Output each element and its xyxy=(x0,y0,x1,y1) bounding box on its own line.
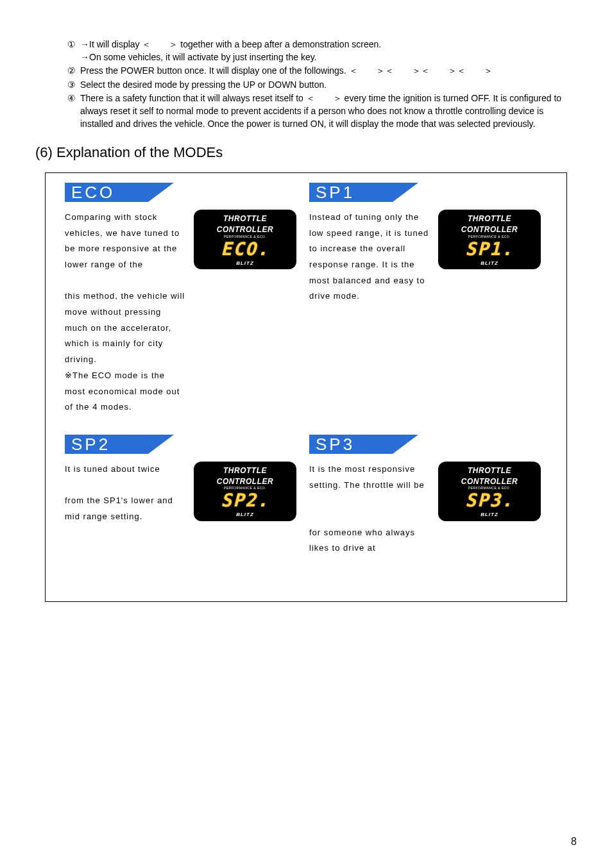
device-image: THROTTLE CONTROLLER PERFORMANCE & ECO. E… xyxy=(194,210,296,415)
step-line: →It will display ＜ ＞ together with a bee… xyxy=(80,38,577,51)
device-brand: BLITZ xyxy=(199,511,291,518)
step-number: ③ xyxy=(67,79,80,92)
step-number: ① xyxy=(67,38,80,63)
instruction-steps: ① →It will display ＜ ＞ together with a b… xyxy=(67,38,577,130)
device-title: THROTTLE CONTROLLER xyxy=(199,213,291,235)
mode-header: SP3 xyxy=(309,435,418,454)
mode-description: Instead of tuning only the low speed ran… xyxy=(309,210,430,305)
device-display: SP2. xyxy=(199,492,291,510)
step-1: ① →It will display ＜ ＞ together with a b… xyxy=(67,38,577,63)
device-title: THROTTLE CONTROLLER xyxy=(443,465,536,487)
step-3: ③ Select the desired mode by pressing th… xyxy=(67,79,577,92)
step-body: Select the desired mode by pressing the … xyxy=(80,79,577,92)
section-title: (6) Explanation of the MODEs xyxy=(35,143,577,163)
mode-label: SP1 xyxy=(316,183,355,202)
step-4: ④ There is a safety function that it wil… xyxy=(67,92,577,130)
mode-description: It is tuned about twicefrom the SP1's lo… xyxy=(65,462,186,525)
mode-header: ECO xyxy=(65,183,174,202)
mode-sp3: SP3 It is the most responsive setting. T… xyxy=(309,435,554,556)
device-display: SP3. xyxy=(443,492,536,510)
mode-label: SP3 xyxy=(316,435,355,454)
device-display: SP1. xyxy=(443,240,536,258)
device-display: ECO. xyxy=(199,240,291,258)
mode-sp1: SP1 Instead of tuning only the low speed… xyxy=(309,183,554,415)
step-2: ② Press the POWER button once. It will d… xyxy=(67,65,577,78)
mode-description: It is the most responsive setting. The t… xyxy=(309,462,430,556)
mode-label: ECO xyxy=(71,183,115,202)
step-body: There is a safety function that it will … xyxy=(80,92,577,130)
mode-eco: ECO Comparing with stock vehicles, we ha… xyxy=(65,183,309,415)
device-brand: BLITZ xyxy=(443,260,536,267)
mode-header: SP1 xyxy=(309,183,418,202)
step-number: ② xyxy=(67,65,80,78)
step-line: →On some vehicles, it will activate by j… xyxy=(80,51,577,64)
modes-container: ECO Comparing with stock vehicles, we ha… xyxy=(45,172,567,602)
device-title: THROTTLE CONTROLLER xyxy=(443,213,536,235)
mode-description: Comparing with stock vehicles, we have t… xyxy=(65,210,186,415)
mode-sp2: SP2 It is tuned about twicefrom the SP1'… xyxy=(65,435,309,556)
step-body: Press the POWER button once. It will dis… xyxy=(80,65,577,78)
step-body: →It will display ＜ ＞ together with a bee… xyxy=(80,38,577,63)
device-brand: BLITZ xyxy=(199,260,291,267)
mode-label: SP2 xyxy=(71,435,110,454)
device-image: THROTTLE CONTROLLER PERFORMANCE & ECO. S… xyxy=(194,462,296,525)
device-image: THROTTLE CONTROLLER PERFORMANCE & ECO. S… xyxy=(438,210,541,305)
device-title: THROTTLE CONTROLLER xyxy=(199,465,291,487)
mode-header: SP2 xyxy=(65,435,174,454)
device-brand: BLITZ xyxy=(443,511,536,518)
step-number: ④ xyxy=(67,92,80,130)
device-image: THROTTLE CONTROLLER PERFORMANCE & ECO. S… xyxy=(438,462,541,556)
